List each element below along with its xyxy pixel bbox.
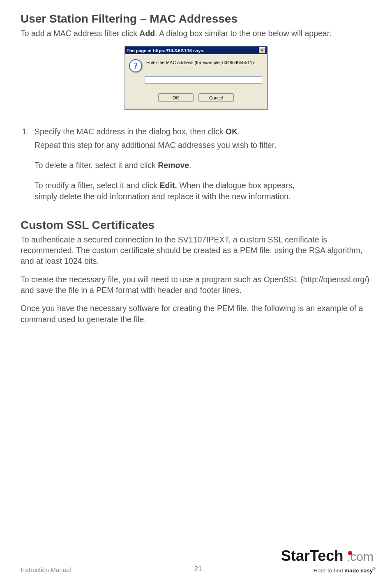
dialog-titlebar: The page at https://10.3.52.116 says: ✕ <box>125 46 267 54</box>
delete-post: . <box>189 161 191 170</box>
intro-paragraph: To add a MAC address filter click Add. A… <box>21 28 371 39</box>
ok-button[interactable]: OK <box>158 93 194 102</box>
step-1: Specify the MAC address in the dialog bo… <box>31 126 371 202</box>
dialog-screenshot: The page at https://10.3.52.116 says: ✕ … <box>21 46 371 110</box>
dialog-window: The page at https://10.3.52.116 says: ✕ … <box>125 46 267 110</box>
close-icon[interactable]: ✕ <box>259 47 265 53</box>
svg-text:.com: .com <box>347 550 374 563</box>
ssl-p3: Once you have the necessary software for… <box>21 303 371 325</box>
step1-repeat: Repeat this step for any additional MAC … <box>35 140 371 151</box>
delete-pre: To delete a filter, select it and click <box>35 161 158 170</box>
ssl-p1: To authenticate a secured connection to … <box>21 234 371 267</box>
step1-pre: Specify the MAC address in the dialog bo… <box>35 127 226 136</box>
delete-remove-bold: Remove <box>158 161 189 170</box>
intro-post: . A dialog box similar to the one below … <box>155 29 332 38</box>
step1-post: . <box>238 127 240 136</box>
ssl-p2: To create the necessary file, you will n… <box>21 274 371 296</box>
footer-page-number: 21 <box>21 565 376 573</box>
delete-filter-line: To delete a filter, select it and click … <box>35 160 371 171</box>
svg-text:StarTech: StarTech <box>281 548 343 564</box>
heading-user-station-filtering: User Station Filtering – MAC Addresses <box>21 12 371 25</box>
page-footer: Instruction Manual 21 StarTech .com Hard… <box>21 548 376 574</box>
dialog-prompt: Enter the MAC address (for example, 0048… <box>146 59 263 65</box>
dialog-body: ? Enter the MAC address (for example, 00… <box>125 54 267 109</box>
intro-add-bold: Add <box>139 29 155 38</box>
heading-custom-ssl: Custom SSL Certificates <box>21 219 371 232</box>
mac-address-input[interactable] <box>145 76 262 84</box>
question-icon: ? <box>129 59 142 72</box>
modify-pre: To modify a filter, select it and click <box>35 181 160 190</box>
startech-logo: StarTech .com <box>281 548 376 565</box>
cancel-button[interactable]: Cancel <box>198 93 234 102</box>
modify-filter-line: To modify a filter, select it and click … <box>35 180 297 202</box>
intro-pre: To add a MAC address filter click <box>21 29 139 38</box>
modify-edit-bold: Edit. <box>160 181 177 190</box>
dialog-title: The page at https://10.3.52.116 says: <box>127 48 205 53</box>
step1-ok-bold: OK <box>226 127 238 136</box>
steps-list: Specify the MAC address in the dialog bo… <box>21 126 371 202</box>
